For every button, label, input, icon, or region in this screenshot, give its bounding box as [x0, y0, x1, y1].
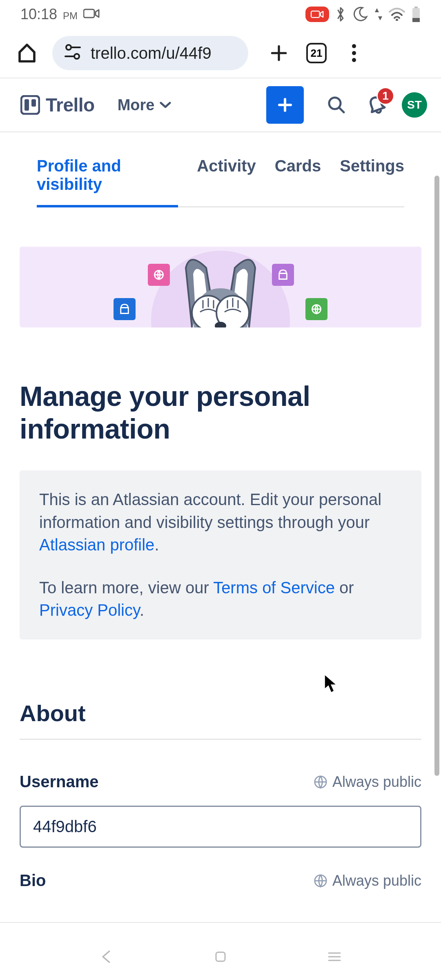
trello-logo-icon — [20, 95, 40, 115]
info-text-2b: or — [335, 579, 354, 597]
svg-rect-0 — [84, 9, 94, 18]
tab-switcher-button[interactable]: 21 — [302, 39, 331, 67]
browser-home-button[interactable] — [15, 42, 39, 64]
svg-line-21 — [339, 108, 344, 112]
visibility-text: Always public — [332, 773, 421, 791]
info-text-2a: To learn more, view our — [39, 579, 213, 597]
wifi-icon — [389, 8, 405, 21]
nav-recents-button[interactable] — [327, 951, 342, 964]
svg-rect-15 — [21, 96, 39, 114]
create-button[interactable] — [266, 86, 304, 124]
moon-dnd-icon — [352, 6, 368, 22]
privacy-policy-link[interactable]: Privacy Policy — [39, 601, 140, 619]
trello-logo[interactable]: Trello — [20, 94, 95, 116]
search-button[interactable] — [322, 90, 351, 120]
svg-rect-17 — [31, 99, 36, 107]
browser-toolbar: trello.com/u/44f9 21 — [0, 29, 441, 78]
svg-rect-1 — [311, 11, 319, 18]
tab-profile-visibility[interactable]: Profile and visibility — [37, 149, 178, 206]
browser-menu-button[interactable] — [340, 39, 368, 67]
notification-badge: 1 — [376, 87, 394, 105]
plus-icon — [275, 95, 295, 115]
visibility-text: Always public — [332, 872, 421, 889]
profile-tabs: Profile and visibility Activity Cards Se… — [0, 132, 441, 207]
svg-point-8 — [74, 54, 79, 59]
globe-icon — [314, 874, 327, 888]
svg-point-13 — [352, 51, 356, 55]
address-bar[interactable]: trello.com/u/44f9 — [52, 36, 248, 70]
user-avatar[interactable]: ST — [402, 92, 427, 118]
about-heading: About — [20, 700, 421, 740]
search-icon — [327, 95, 346, 115]
new-tab-button[interactable] — [265, 39, 293, 67]
scroll-indicator — [434, 176, 439, 776]
svg-rect-5 — [412, 18, 420, 22]
atlassian-profile-link[interactable]: Atlassian profile — [39, 536, 154, 554]
hero-banner — [20, 247, 421, 327]
tab-count: 21 — [311, 47, 323, 60]
status-bar: 10:18 PM — [0, 0, 441, 29]
app-header: Trello More 1 ST — [0, 78, 441, 131]
page-title: Manage your personal information — [20, 380, 421, 445]
bluetooth-icon — [336, 6, 345, 22]
info-text-2c: . — [140, 601, 144, 619]
chevron-down-icon — [160, 101, 171, 109]
system-nav-bar — [0, 935, 441, 980]
svg-rect-3 — [414, 7, 418, 8]
battery-icon — [412, 7, 421, 22]
recording-badge — [305, 7, 329, 22]
data-updown-icon — [375, 7, 382, 21]
info-box: This is an Atlassian account. Edit your … — [20, 470, 421, 639]
url-text: trello.com/u/44f9 — [91, 44, 212, 62]
tab-cards[interactable]: Cards — [275, 149, 321, 206]
svg-point-14 — [352, 58, 356, 62]
username-field-row: Username Always public — [20, 773, 421, 791]
status-time: 10:18 — [20, 6, 57, 23]
info-text-1b: . — [154, 536, 159, 554]
bio-visibility: Always public — [314, 872, 421, 889]
more-menu[interactable]: More — [118, 96, 171, 114]
nav-home-button[interactable] — [214, 950, 227, 965]
svg-point-2 — [396, 19, 398, 21]
svg-rect-16 — [24, 99, 29, 111]
terms-of-service-link[interactable]: Terms of Service — [213, 579, 335, 597]
screen-record-icon — [83, 8, 100, 21]
username-label: Username — [20, 773, 98, 791]
svg-rect-33 — [216, 952, 225, 961]
username-visibility: Always public — [314, 773, 421, 791]
info-text-1a: This is an Atlassian account. Edit your … — [39, 490, 381, 531]
bio-field-row: Bio Always public — [20, 871, 421, 890]
username-input[interactable] — [20, 806, 421, 848]
notifications-button[interactable]: 1 — [362, 90, 391, 120]
svg-point-12 — [352, 44, 356, 48]
tab-settings[interactable]: Settings — [340, 149, 404, 206]
nav-back-button[interactable] — [99, 949, 114, 966]
site-permissions-icon — [64, 43, 82, 63]
svg-point-6 — [66, 45, 71, 50]
bio-label: Bio — [20, 871, 46, 890]
tab-activity[interactable]: Activity — [197, 149, 256, 206]
avatar-initials: ST — [407, 98, 422, 111]
globe-icon — [314, 775, 327, 789]
status-ampm: PM — [63, 10, 78, 22]
wolf-illustration — [169, 252, 272, 327]
brand-name: Trello — [46, 94, 95, 116]
more-label: More — [118, 96, 155, 114]
